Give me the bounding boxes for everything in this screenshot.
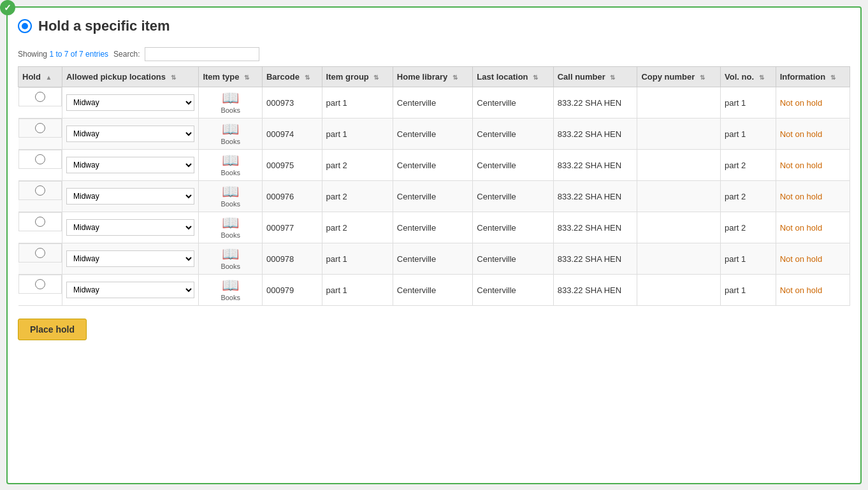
home-library-cell: Centerville xyxy=(393,119,473,150)
info-bar: Showing 1 to 7 of 7 entries Search: xyxy=(18,47,850,61)
hold-cell xyxy=(18,275,62,294)
col-call-number[interactable]: Call number ⇅ xyxy=(553,67,637,87)
copy-number-cell xyxy=(637,87,721,119)
item-type-cell: 📖 Books xyxy=(199,87,263,119)
copy-number-cell xyxy=(637,181,721,212)
hold-cell xyxy=(18,150,62,169)
last-location-cell: Centerville xyxy=(473,150,553,181)
table-row: Midway 📖 Books 000977part 2CentervilleCe… xyxy=(18,212,850,243)
pickup-select[interactable]: Midway xyxy=(66,282,194,298)
copy-number-cell xyxy=(637,119,721,150)
col-item-group[interactable]: Item group ⇅ xyxy=(322,67,393,87)
table-row: Midway 📖 Books 000973part 1CentervilleCe… xyxy=(18,87,850,119)
items-table: Hold ▲ Allowed pickup locations ⇅ Item t… xyxy=(18,66,850,306)
item-type-content: 📖 Books xyxy=(203,247,258,270)
item-type-cell: 📖 Books xyxy=(199,150,263,181)
item-type-content: 📖 Books xyxy=(203,278,258,301)
information-cell: Not on hold xyxy=(776,150,850,181)
pickup-select[interactable]: Midway xyxy=(66,157,194,173)
pickup-cell: Midway xyxy=(62,243,198,275)
pickup-cell: Midway xyxy=(62,275,198,306)
call-number-cell: 833.22 SHA HEN xyxy=(553,181,637,212)
home-library-cell: Centerville xyxy=(393,212,473,243)
book-label: Books xyxy=(221,106,240,114)
sort-pickup-icon: ⇅ xyxy=(171,74,176,81)
book-label: Books xyxy=(221,294,240,301)
copy-number-cell xyxy=(637,212,721,243)
pickup-cell: Midway xyxy=(62,119,198,150)
pickup-select[interactable]: Midway xyxy=(66,188,194,205)
home-library-cell: Centerville xyxy=(393,181,473,212)
table-body: Midway 📖 Books 000973part 1CentervilleCe… xyxy=(18,87,850,306)
sort-itemtype-icon: ⇅ xyxy=(244,74,249,81)
pickup-select[interactable]: Midway xyxy=(66,250,194,267)
last-location-cell: Centerville xyxy=(473,87,553,119)
hold-radio-input[interactable] xyxy=(35,279,45,289)
home-library-cell: Centerville xyxy=(393,243,473,275)
sort-itemgroup-icon: ⇅ xyxy=(373,74,379,81)
vol-no-cell: part 1 xyxy=(721,275,776,306)
hold-radio-input[interactable] xyxy=(35,248,45,258)
col-barcode[interactable]: Barcode ⇅ xyxy=(262,67,322,87)
pickup-select[interactable]: Midway xyxy=(66,126,194,142)
barcode-cell: 000975 xyxy=(262,150,322,181)
home-library-cell: Centerville xyxy=(393,150,473,181)
book-icon: 📖 xyxy=(222,185,239,199)
title-row: Hold a specific item xyxy=(18,18,850,34)
col-copy-number[interactable]: Copy number ⇅ xyxy=(637,67,721,87)
title-radio-indicator xyxy=(18,19,32,33)
book-label: Books xyxy=(221,231,240,239)
copy-number-cell xyxy=(637,243,721,275)
item-group-cell: part 2 xyxy=(322,212,393,243)
book-icon: 📖 xyxy=(222,154,239,168)
search-input[interactable] xyxy=(145,47,259,61)
sort-copynumber-icon: ⇅ xyxy=(700,74,705,81)
book-icon: 📖 xyxy=(222,278,239,292)
hold-radio-input[interactable] xyxy=(35,217,45,227)
sort-homelibrary-icon: ⇅ xyxy=(452,74,458,81)
information-cell: Not on hold xyxy=(776,275,850,306)
item-type-content: 📖 Books xyxy=(203,216,258,239)
item-group-cell: part 1 xyxy=(322,275,393,306)
showing-range: 1 to 7 of 7 entries xyxy=(49,50,108,59)
home-library-cell: Centerville xyxy=(393,275,473,306)
barcode-cell: 000977 xyxy=(262,212,322,243)
book-label: Books xyxy=(221,138,240,145)
item-type-cell: 📖 Books xyxy=(199,275,263,306)
hold-radio-input[interactable] xyxy=(35,92,45,102)
pickup-select[interactable]: Midway xyxy=(66,94,194,111)
information-cell: Not on hold xyxy=(776,212,850,243)
hold-radio-input[interactable] xyxy=(35,154,45,164)
last-location-cell: Centerville xyxy=(473,181,553,212)
vol-no-cell: part 2 xyxy=(721,150,776,181)
item-group-cell: part 2 xyxy=(322,181,393,212)
pickup-select[interactable]: Midway xyxy=(66,219,194,236)
vol-no-cell: part 1 xyxy=(721,243,776,275)
col-vol-no[interactable]: Vol. no. ⇅ xyxy=(721,67,776,87)
last-location-cell: Centerville xyxy=(473,243,553,275)
col-home-library[interactable]: Home library ⇅ xyxy=(393,67,473,87)
col-item-type[interactable]: Item type ⇅ xyxy=(199,67,263,87)
information-cell: Not on hold xyxy=(776,87,850,119)
col-allowed-pickup[interactable]: Allowed pickup locations ⇅ xyxy=(62,67,198,87)
hold-cell xyxy=(18,243,62,263)
col-last-location[interactable]: Last location ⇅ xyxy=(473,67,553,87)
item-type-cell: 📖 Books xyxy=(199,243,263,275)
table-header: Hold ▲ Allowed pickup locations ⇅ Item t… xyxy=(18,67,850,87)
barcode-cell: 000976 xyxy=(262,181,322,212)
hold-radio-input[interactable] xyxy=(35,185,45,196)
sort-hold-icon: ▲ xyxy=(46,74,52,81)
hold-radio-input[interactable] xyxy=(35,123,45,133)
place-hold-button[interactable]: Place hold xyxy=(18,319,87,340)
barcode-cell: 000979 xyxy=(262,275,322,306)
page-wrapper: ✓ Hold a specific item Showing 1 to 7 of… xyxy=(6,6,862,484)
col-information[interactable]: Information ⇅ xyxy=(776,67,850,87)
item-type-content: 📖 Books xyxy=(203,154,258,177)
sort-information-icon: ⇅ xyxy=(830,74,835,81)
col-hold[interactable]: Hold ▲ xyxy=(18,67,62,87)
vol-no-cell: part 2 xyxy=(721,181,776,212)
home-library-cell: Centerville xyxy=(393,87,473,119)
page-title: Hold a specific item xyxy=(38,18,170,34)
hold-cell xyxy=(18,87,62,106)
call-number-cell: 833.22 SHA HEN xyxy=(553,87,637,119)
